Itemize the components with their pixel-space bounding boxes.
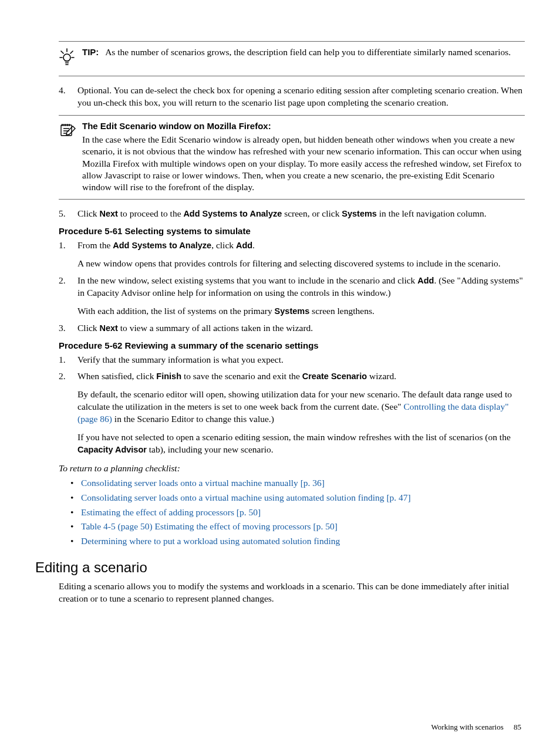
procedure-5-61-heading: Procedure 5-61 Selecting systems to simu… xyxy=(59,226,525,236)
note-body: The Edit Scenario window on Mozilla Fire… xyxy=(82,120,525,193)
page-footer: Working with scenarios 85 xyxy=(35,723,525,732)
link-estimating-adding-processors[interactable]: Estimating the effect of adding processo… xyxy=(81,507,261,517)
text: Verify that the summary information is w… xyxy=(77,354,525,366)
svg-point-0 xyxy=(63,54,70,61)
bold: Finish xyxy=(156,372,181,381)
text: In the new window, select existing syste… xyxy=(77,275,417,285)
proc61-step3: 3. Click Next to view a summary of all a… xyxy=(59,322,525,335)
text: to view a summary of all actions taken i… xyxy=(118,323,313,333)
procedure-5-62-list: 1. Verify that the summary information i… xyxy=(59,354,525,456)
procedure-5-62-heading: Procedure 5-62 Reviewing a summary of th… xyxy=(59,340,525,350)
bold: Create Scenario xyxy=(302,372,367,381)
step4-text: Optional. You can de-select the check bo… xyxy=(77,85,525,109)
link-table-4-5-moving-processors[interactable]: Table 4-5 (page 50) Estimating the effec… xyxy=(81,521,338,531)
lightbulb-icon xyxy=(59,46,82,70)
text: tab), including your new scenario. xyxy=(147,444,274,454)
bold: Systems xyxy=(275,306,310,316)
page: TIP: As the number of scenarios grows, t… xyxy=(0,0,560,746)
list-number: 1. xyxy=(59,239,77,270)
note-text: In the case where the Edit Scenario wind… xyxy=(82,134,525,193)
list-number: 4. xyxy=(59,85,77,109)
link-consolidating-automated[interactable]: Consolidating server loads onto a virtua… xyxy=(81,492,411,502)
bold: Add xyxy=(236,241,252,250)
bold: Add Systems to Analyze xyxy=(113,241,211,250)
list-body: Click Next to proceed to the Add Systems… xyxy=(77,208,525,220)
notepad-icon xyxy=(59,120,82,193)
text: With each addition, the list of systems … xyxy=(77,306,275,316)
proc61-step1: 1. From the Add Systems to Analyze, clic… xyxy=(59,239,525,270)
svg-line-2 xyxy=(61,51,63,53)
link-determining-workload-placement[interactable]: Determining where to put a workload usin… xyxy=(81,536,340,546)
proc62-step1: 1. Verify that the summary information i… xyxy=(59,354,525,366)
bold: Add Systems to Analyze xyxy=(183,209,282,218)
list-number: 2. xyxy=(59,275,77,318)
editing-body: Editing a scenario allows you to modify … xyxy=(59,580,525,605)
text: in the left navigation column. xyxy=(377,208,487,218)
text: , click xyxy=(211,240,236,250)
list-number: 5. xyxy=(59,208,77,220)
text: Click xyxy=(77,323,99,333)
svg-line-3 xyxy=(70,51,73,53)
text: screen, or click xyxy=(282,208,342,218)
list-body: Verify that the summary information is w… xyxy=(77,354,525,366)
bold: Capacity Advisor xyxy=(77,445,147,454)
tip-block: TIP: As the number of scenarios grows, t… xyxy=(59,41,525,76)
procedure-5-61-list: 1. From the Add Systems to Analyze, clic… xyxy=(59,239,525,335)
list-body: From the Add Systems to Analyze, click A… xyxy=(77,239,525,270)
bold: Next xyxy=(99,209,117,218)
step-5: 5. Click Next to proceed to the Add Syst… xyxy=(59,208,525,220)
text: Click xyxy=(77,208,99,218)
list-number: 2. xyxy=(59,370,77,456)
text: . xyxy=(252,240,255,250)
tip-text: As the number of scenarios grows, the de… xyxy=(105,47,511,57)
tip-body: TIP: As the number of scenarios grows, t… xyxy=(82,46,525,70)
text: screen lengthens. xyxy=(309,306,375,316)
note-block: The Edit Scenario window on Mozilla Fire… xyxy=(59,115,525,200)
text: From the xyxy=(77,240,113,250)
list-number: 3. xyxy=(59,322,77,335)
bold: Add xyxy=(417,276,434,285)
heading-editing-a-scenario: Editing a scenario xyxy=(35,559,525,576)
text: wizard. xyxy=(367,371,396,381)
list-number: 1. xyxy=(59,354,77,366)
tip-label: TIP: xyxy=(82,47,99,57)
link-consolidating-manual[interactable]: Consolidating server loads onto a virtua… xyxy=(81,478,325,488)
bold: Next xyxy=(99,323,117,333)
list-body: Optional. You can de-select the check bo… xyxy=(77,85,525,109)
text: A new window opens that provides control… xyxy=(77,258,525,270)
text: to save the scenario and exit the xyxy=(181,371,302,381)
page-number: 85 xyxy=(514,723,521,731)
list-body: In the new window, select existing syste… xyxy=(77,275,525,318)
list-body: When satisfied, click Finish to save the… xyxy=(77,370,525,456)
text: When satisfied, click xyxy=(77,371,156,381)
text: If you have not selected to open a scena… xyxy=(77,432,511,442)
return-heading: To return to a planning checklist: xyxy=(59,463,525,474)
proc62-step2: 2. When satisfied, click Finish to save … xyxy=(59,370,525,456)
ordered-list-top2: 5. Click Next to proceed to the Add Syst… xyxy=(59,208,525,220)
text: to proceed to the xyxy=(118,208,183,218)
list-body: Click Next to view a summary of all acti… xyxy=(77,322,525,335)
proc61-step2: 2. In the new window, select existing sy… xyxy=(59,275,525,318)
ordered-list-top: 4. Optional. You can de-select the check… xyxy=(59,85,525,109)
text: in the Scenario Editor to change this va… xyxy=(112,414,274,424)
checklist-links: Consolidating server loads onto a virtua… xyxy=(70,476,525,549)
note-title: The Edit Scenario window on Mozilla Fire… xyxy=(82,120,525,132)
footer-text: Working with scenarios xyxy=(431,723,504,731)
bold: Systems xyxy=(342,209,377,218)
step-4: 4. Optional. You can de-select the check… xyxy=(59,85,525,109)
